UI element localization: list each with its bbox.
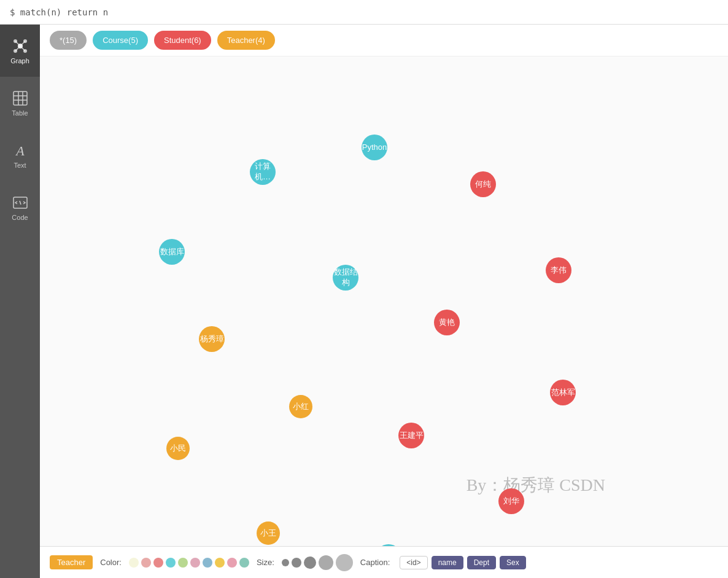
bottom-bar: Teacher Color: Size: Caption: <id>nameDe… [40, 546, 728, 578]
size-label: Size: [257, 558, 274, 567]
color-dot-8[interactable] [227, 558, 237, 568]
node-hechun[interactable]: 何纯 [470, 171, 496, 197]
graph-canvas: By：杨秀璋 CSDN Python计算机…何纯数据库数据结构李伟黄艳杨秀璋范林… [40, 57, 728, 546]
svg-line-6 [20, 41, 25, 46]
sidebar-item-table[interactable]: Table [0, 77, 40, 129]
node-huangyan[interactable]: 黄艳 [434, 310, 460, 335]
graph-icon [12, 37, 29, 55]
node-liuhua[interactable]: 刘华 [498, 488, 524, 514]
size-dots [282, 554, 353, 571]
node-xiaohong[interactable]: 小红 [289, 395, 312, 418]
sidebar-item-text-label: Text [14, 162, 26, 169]
color-dot-2[interactable] [153, 558, 163, 568]
filter-bar: *(15) Course(5) Student(6) Teacher(4) [40, 25, 728, 57]
color-dots [129, 558, 249, 568]
caption-buttons: <id>nameDeptSex [400, 556, 525, 569]
size-dot-xl[interactable] [336, 554, 353, 571]
tag-course[interactable]: Course(5) [93, 31, 148, 50]
node-xiaowang[interactable]: 小王 [257, 521, 280, 545]
svg-rect-9 [14, 92, 27, 105]
node-jisuanji[interactable]: 计算机… [250, 159, 276, 185]
sidebar-item-graph-label: Graph [10, 57, 29, 64]
caption-btn-id[interactable]: <id> [400, 556, 427, 569]
node-yingyu[interactable]: 英语 [376, 544, 401, 546]
size-dot-sm[interactable] [292, 558, 301, 568]
watermark: By：杨秀璋 CSDN [467, 474, 605, 497]
content-area: *(15) Course(5) Student(6) Teacher(4) By… [40, 25, 728, 578]
size-dot-xs[interactable] [282, 559, 289, 566]
size-dot-md[interactable] [304, 557, 316, 569]
tag-student[interactable]: Student(6) [154, 31, 211, 50]
svg-text:A: A [15, 143, 25, 158]
sidebar-item-code-label: Code [12, 214, 28, 221]
bottom-label: Teacher [50, 555, 93, 569]
color-dot-3[interactable] [166, 558, 176, 568]
color-dot-7[interactable] [215, 558, 225, 568]
tag-teacher[interactable]: Teacher(4) [217, 31, 275, 50]
caption-label: Caption: [360, 558, 390, 567]
color-dot-4[interactable] [178, 558, 188, 568]
node-wangjiannping[interactable]: 王建平 [398, 423, 424, 448]
caption-btn-dept[interactable]: Dept [467, 556, 496, 569]
svg-line-5 [15, 41, 20, 46]
node-yangxiuzhang[interactable]: 杨秀璋 [199, 326, 225, 352]
color-dot-9[interactable] [239, 558, 249, 568]
color-dot-6[interactable] [203, 558, 212, 568]
color-label: Color: [100, 558, 122, 567]
sidebar-item-table-label: Table [12, 109, 28, 117]
size-dot-lg[interactable] [319, 555, 333, 570]
svg-line-16 [20, 201, 21, 205]
color-dot-1[interactable] [141, 558, 151, 568]
color-dot-0[interactable] [129, 558, 139, 568]
node-liwei[interactable]: 李伟 [546, 257, 571, 283]
node-xiaomin[interactable]: 小民 [166, 437, 190, 460]
caption-btn-name[interactable]: name [432, 556, 463, 569]
sidebar-item-code[interactable]: Code [0, 181, 40, 233]
sidebar: Graph Table A Text [0, 25, 40, 578]
tag-all[interactable]: *(15) [50, 31, 87, 50]
node-shujujiegou[interactable]: 数据结构 [333, 265, 358, 291]
node-shujuku[interactable]: 数据库 [159, 239, 185, 265]
sidebar-item-text[interactable]: A Text [0, 129, 40, 181]
sidebar-item-graph[interactable]: Graph [0, 25, 40, 77]
caption-btn-sex[interactable]: Sex [500, 556, 526, 569]
command-text: $ match(n) return n [10, 7, 108, 17]
svg-line-7 [15, 46, 20, 51]
table-icon [12, 90, 29, 107]
color-dot-5[interactable] [190, 558, 200, 568]
node-fanlingjun[interactable]: 范林军 [550, 380, 576, 405]
code-icon [12, 194, 29, 211]
text-icon: A [12, 142, 29, 159]
top-bar: $ match(n) return n [0, 0, 728, 25]
node-python[interactable]: Python [362, 135, 387, 160]
svg-line-8 [20, 46, 25, 51]
